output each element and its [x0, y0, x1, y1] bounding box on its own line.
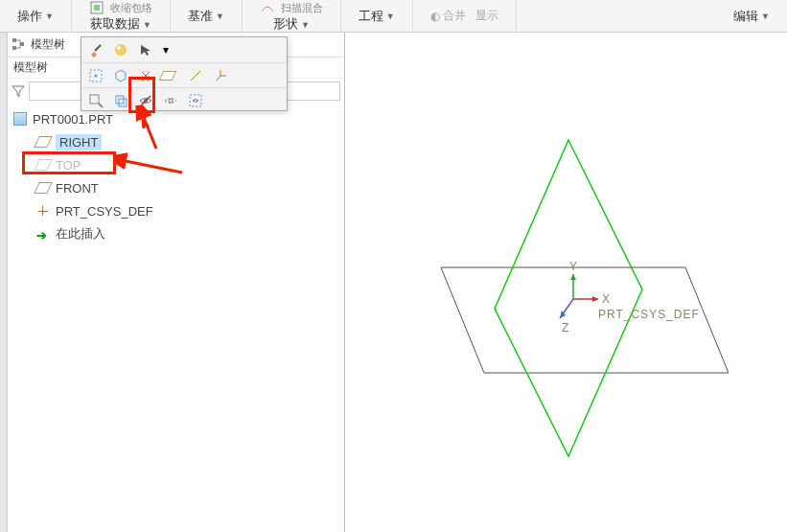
svg-rect-27: [190, 95, 201, 106]
side-sub-label: 模型树: [13, 59, 48, 76]
svg-point-26: [169, 99, 173, 103]
appearance-icon[interactable]: [110, 39, 131, 60]
chevron-down-icon: ▼: [143, 20, 151, 30]
axis-z-label: Z: [562, 321, 568, 335]
shape-label: 形状: [273, 16, 298, 31]
svg-rect-4: [20, 42, 24, 46]
merge-icon: ◐: [430, 10, 440, 23]
tree-item-top[interactable]: TOP: [10, 153, 342, 176]
csys-label: PRT_CSYS_DEF: [598, 308, 700, 321]
group-misc[interactable]: ◐ 合并 显示: [413, 0, 517, 32]
show-icon[interactable]: [160, 90, 181, 111]
tree-label-insert: 在此插入: [56, 225, 105, 243]
svg-marker-8: [592, 296, 598, 302]
scissors-icon[interactable]: [135, 65, 156, 86]
left-rail[interactable]: [0, 33, 8, 532]
trunc-label-3: 合并: [443, 8, 466, 24]
svg-rect-20: [90, 95, 99, 104]
select-point-icon[interactable]: [85, 65, 106, 86]
part-icon: [13, 112, 27, 126]
tree-label-right: RIGHT: [56, 134, 102, 150]
floating-toolbar: ▾: [81, 36, 288, 111]
eng-label: 工程: [359, 8, 383, 25]
copy-select-icon[interactable]: [110, 90, 131, 111]
plane-icon: [34, 159, 53, 171]
tree-label-top: TOP: [56, 158, 81, 173]
svg-rect-23: [119, 99, 127, 106]
trunc-label-4: 显示: [475, 8, 498, 24]
chevron-down-icon: ▼: [216, 12, 224, 21]
side-tab-label[interactable]: 模型树: [31, 36, 65, 53]
svg-rect-22: [116, 96, 124, 104]
insert-arrow-icon: ➔: [36, 228, 50, 240]
chevron-down-icon: ▼: [386, 12, 395, 21]
zoom-select-icon[interactable]: [85, 90, 106, 111]
shrinkwrap-icon: [89, 0, 104, 15]
svg-point-16: [95, 74, 98, 77]
isolate-icon[interactable]: [185, 90, 206, 111]
tree-icon: [12, 37, 27, 53]
svg-point-13: [115, 44, 127, 56]
tree-item-insert[interactable]: ➔ 在此插入: [10, 222, 342, 245]
group-edit[interactable]: 编辑▼: [716, 0, 787, 32]
group-getdata[interactable]: 收缩包络 获取数据▼: [72, 0, 171, 32]
svg-rect-3: [12, 46, 16, 50]
axis-x-label: X: [602, 292, 610, 306]
csys-tool-icon[interactable]: [210, 65, 231, 86]
svg-rect-2: [12, 38, 16, 42]
select-box-icon[interactable]: [110, 65, 131, 86]
brush-icon[interactable]: [85, 39, 106, 60]
tree-root-label: PRT0001.PRT: [33, 112, 113, 127]
csys-icon: [36, 204, 50, 218]
trunc-label-2: 扫描混合: [281, 1, 323, 15]
top-toolbar: 操作▼ 收缩包络 获取数据▼ 基准▼ 扫描混合 形状▼ 工程▼ ◐ 合并 显示 …: [0, 0, 787, 33]
funnel-icon[interactable]: [12, 84, 25, 98]
chevron-down-icon: ▼: [761, 12, 770, 21]
tree-item-front[interactable]: FRONT: [10, 176, 342, 199]
svg-marker-6: [495, 140, 642, 456]
sweep-icon: [260, 0, 275, 15]
chevron-down-icon: ▼: [45, 12, 54, 21]
svg-marker-10: [570, 274, 576, 280]
svg-rect-1: [94, 5, 100, 11]
tree-item-csys[interactable]: PRT_CSYS_DEF: [10, 199, 342, 222]
getdata-label: 获取数据: [90, 16, 140, 31]
chevron-down-icon[interactable]: ▾: [160, 39, 172, 60]
svg-line-25: [141, 96, 150, 105]
tree-item-right[interactable]: RIGHT: [10, 130, 342, 153]
viewport-3d[interactable]: X Y Z PRT_CSYS_DEF: [345, 33, 787, 532]
model-tree: PRT0001.PRT RIGHT TOP FRONT PRT_CSYS_DEF…: [8, 104, 344, 249]
axis-tool-icon[interactable]: [185, 65, 206, 86]
plane-icon: [34, 182, 53, 194]
svg-line-19: [191, 71, 200, 81]
group-operate[interactable]: 操作▼: [0, 0, 72, 32]
group-eng[interactable]: 工程▼: [341, 0, 413, 32]
edit-label: 编辑: [733, 8, 758, 25]
trunc-label-1: 收缩包络: [110, 1, 152, 15]
group-datum[interactable]: 基准▼: [171, 0, 243, 32]
plane-tool-icon[interactable]: [160, 65, 181, 86]
hide-icon[interactable]: [135, 90, 156, 111]
operate-label: 操作: [17, 8, 42, 25]
plane-icon: [34, 136, 53, 148]
pick-icon[interactable]: [135, 39, 156, 60]
svg-point-14: [117, 46, 121, 50]
chevron-down-icon: ▼: [301, 20, 310, 30]
axis-y-label: Y: [569, 260, 577, 273]
tree-label-front: FRONT: [56, 181, 99, 196]
svg-line-21: [99, 104, 103, 107]
datum-label: 基准: [188, 8, 213, 25]
group-shape[interactable]: 扫描混合 形状▼: [243, 0, 341, 32]
tree-label-csys: PRT_CSYS_DEF: [56, 204, 153, 219]
